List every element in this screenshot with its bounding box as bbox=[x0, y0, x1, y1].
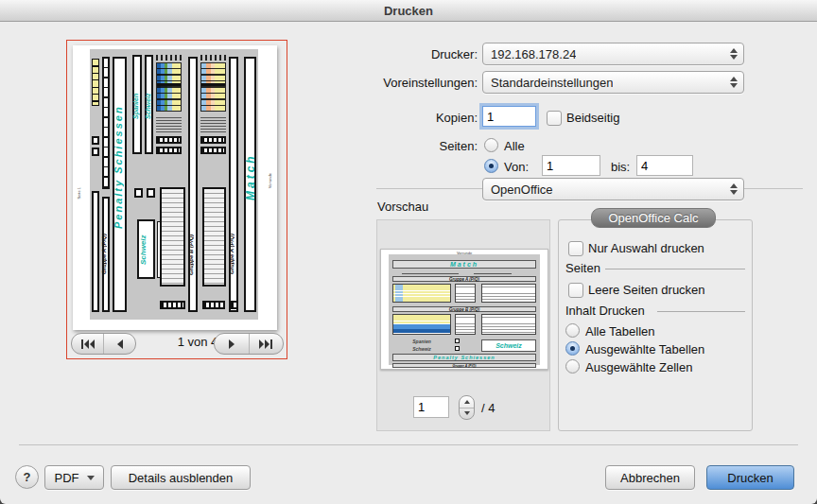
pages-all-label: Alle bbox=[504, 139, 525, 153]
next-page-button[interactable] bbox=[215, 334, 249, 354]
preview-pane: Seite 1 Vorrunde Gruppe A (P/Q) Penalty … bbox=[66, 40, 287, 359]
only-selection-label: Nur Auswahl drucken bbox=[588, 241, 704, 255]
copies-label: Kopien: bbox=[436, 111, 478, 125]
preview-page-thumbnail: Seite 1 Vorrunde Gruppe A (P/Q) Penalty … bbox=[73, 45, 277, 330]
footer-separator bbox=[19, 444, 798, 445]
preview-shape bbox=[92, 136, 99, 145]
preview-nav-back-group bbox=[71, 333, 136, 355]
vorschau-group-b-bar: Gruppe B (P/Q) bbox=[392, 306, 536, 312]
preview-team-spain: Spanien bbox=[132, 73, 139, 139]
all-tables-radio[interactable] bbox=[565, 323, 580, 338]
details-toggle-button[interactable]: Details ausblenden bbox=[111, 465, 251, 490]
preview-winner-box: Schweiz bbox=[139, 227, 148, 272]
preview-penalty-title: Penalty Schiessen bbox=[113, 115, 124, 229]
cancel-button[interactable]: Abbrechen bbox=[605, 465, 695, 490]
preview-round-label: Vorrunde bbox=[268, 173, 272, 188]
preview-shape bbox=[200, 136, 226, 144]
vorschau-team-spain: Spanien bbox=[400, 339, 443, 344]
vorschau-sheet-area: Match Gruppe A (P/Q) Gruppe B (P/Q) bbox=[389, 254, 540, 365]
preview-shape bbox=[156, 115, 182, 132]
preview-page-number: Seite 1 bbox=[77, 187, 81, 199]
vorschau-page-total: / 4 bbox=[481, 401, 495, 415]
dialog-title: Drucken bbox=[384, 4, 433, 18]
preview-shape bbox=[102, 57, 110, 189]
selected-cells-label: Ausgewählte Zellen bbox=[585, 360, 692, 374]
preview-sheet-area: Gruppe A (P/Q) Penalty Schiessen Spanien… bbox=[90, 49, 258, 320]
first-page-button[interactable] bbox=[72, 334, 103, 354]
print-button[interactable]: Drucken bbox=[706, 465, 794, 490]
only-selection-checkbox[interactable] bbox=[568, 241, 583, 256]
pages-from-label: Von: bbox=[504, 160, 529, 174]
title-bar: Drucken bbox=[0, 0, 817, 22]
printer-popup-value: 192.168.178.24 bbox=[491, 47, 576, 61]
vorschau-group-a-bar-2: Gruppe A (P/Q) bbox=[392, 363, 536, 368]
next-page-icon bbox=[227, 339, 236, 349]
section-line bbox=[605, 269, 745, 269]
preview-group-b: Gruppe B (P/Q) bbox=[188, 202, 194, 306]
pages-section-label: Seiten bbox=[565, 261, 600, 275]
duplex-checkbox[interactable] bbox=[547, 111, 562, 126]
vorschau-page-input[interactable] bbox=[413, 396, 449, 418]
stepper-down-button[interactable] bbox=[460, 408, 474, 420]
preview-shape bbox=[156, 147, 182, 154]
preview-shape bbox=[202, 301, 225, 309]
pages-all-radio[interactable] bbox=[484, 138, 498, 152]
vorschau-group-a-bar: Gruppe A (P/Q) bbox=[392, 276, 536, 282]
preview-nav-forward-group bbox=[214, 333, 284, 355]
pages-label: Seiten: bbox=[440, 139, 478, 153]
preview-shape bbox=[481, 314, 536, 335]
help-button[interactable]: ? bbox=[15, 465, 39, 489]
preview-shape bbox=[392, 314, 451, 335]
help-icon: ? bbox=[24, 470, 31, 484]
preview-shape bbox=[455, 339, 460, 343]
chevron-down-icon bbox=[87, 476, 95, 480]
printer-label: Drucker: bbox=[431, 47, 478, 61]
all-tables-label: Alle Tabellen bbox=[585, 324, 654, 339]
preview-match-title: Match bbox=[244, 144, 257, 210]
previous-page-icon bbox=[115, 339, 125, 349]
preview-shape bbox=[474, 271, 512, 274]
vorschau-team-switzerland: Schweiz bbox=[400, 346, 443, 352]
preview-shape bbox=[156, 136, 182, 144]
preview-shape bbox=[160, 187, 185, 287]
empty-pages-checkbox[interactable] bbox=[568, 283, 583, 298]
copies-input[interactable] bbox=[482, 106, 536, 127]
preview-shape bbox=[455, 346, 460, 351]
pages-to-input[interactable] bbox=[636, 155, 693, 176]
calc-panel-title: OpenOffice Calc bbox=[591, 208, 716, 228]
popup-arrows-icon bbox=[730, 77, 738, 88]
empty-pages-label: Leere Seiten drucken bbox=[588, 283, 705, 297]
vorschau-page-stepper bbox=[459, 395, 475, 420]
previous-page-button[interactable] bbox=[104, 334, 135, 354]
duplex-label: Beidseitig bbox=[566, 111, 619, 125]
presets-label: Voreinstellungen: bbox=[383, 76, 478, 90]
presets-popup[interactable]: Standardeinstellungen bbox=[482, 71, 744, 94]
preview-shape bbox=[200, 115, 226, 132]
selected-cells-radio[interactable] bbox=[565, 359, 580, 374]
printer-popup[interactable]: 192.168.178.24 bbox=[482, 43, 744, 65]
preview-shape bbox=[160, 301, 185, 309]
preview-shape bbox=[147, 188, 155, 198]
pages-from-input[interactable] bbox=[542, 155, 600, 176]
pdf-menu-button[interactable]: PDF bbox=[44, 465, 104, 490]
preview-colored-table-2 bbox=[200, 62, 226, 112]
preview-shape bbox=[200, 55, 226, 61]
preview-shape bbox=[92, 59, 99, 106]
last-page-button[interactable] bbox=[250, 334, 284, 354]
pages-range-radio[interactable] bbox=[484, 159, 498, 173]
preview-shape bbox=[455, 284, 476, 303]
pages-to-label: bis: bbox=[611, 160, 630, 174]
preview-shape bbox=[156, 55, 182, 61]
print-dialog: Drucken Seite 1 Vorrunde Gruppe A (P/Q) … bbox=[0, 0, 817, 504]
stepper-up-button[interactable] bbox=[460, 396, 474, 408]
preview-shape bbox=[92, 148, 99, 156]
preview-shape bbox=[230, 301, 238, 309]
app-options-popup[interactable]: OpenOffice bbox=[482, 178, 744, 200]
selected-tables-radio[interactable] bbox=[565, 341, 580, 356]
preview-team-switzerland: Schweiz bbox=[145, 73, 151, 139]
content-section-label: Inhalt Drucken bbox=[565, 304, 645, 318]
app-options-popup-value: OpenOffice bbox=[491, 182, 553, 197]
last-page-icon bbox=[258, 339, 273, 349]
preview-shape bbox=[200, 147, 226, 154]
preview-shape bbox=[92, 191, 99, 312]
